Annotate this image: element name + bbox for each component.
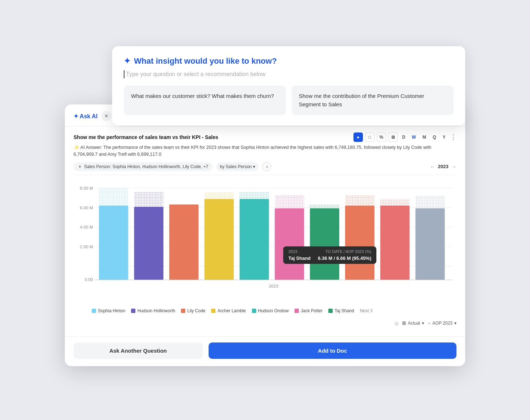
- filter-label: Sales Person: Sophia Hinton, Hudson Holl…: [84, 164, 208, 169]
- ctrl-q[interactable]: Q: [431, 133, 438, 141]
- ctrl-w[interactable]: W: [410, 133, 418, 141]
- bar-9-kpi: [380, 199, 410, 280]
- actual-chevron: ▾: [422, 321, 424, 326]
- svg-text:4.00 M: 4.00 M: [80, 225, 93, 230]
- ai-answer-text: AI Answer: The performance of the sales …: [74, 145, 431, 157]
- recenter-icon[interactable]: ◎: [395, 321, 399, 326]
- ctrl-y[interactable]: Y: [440, 133, 448, 141]
- svg-text:0.00: 0.00: [85, 277, 93, 282]
- chart-area: 8.00 M 6.00 M 4.00 M 2.00 M 0.00: [74, 181, 456, 305]
- by-pill[interactable]: by Sales Person ▾: [216, 162, 259, 171]
- suggestion-cards: What makes our customer stick? What make…: [124, 86, 454, 115]
- aop-star-icon: ✦: [428, 321, 431, 325]
- dropdown-title: ✦ What insight would you like to know?: [124, 56, 454, 66]
- ctrl-more-icon[interactable]: ⋮: [450, 133, 456, 141]
- bar-archer-kpi: [205, 192, 234, 280]
- modal-footer: Ask Another Question Add to Doc: [65, 336, 465, 366]
- filter-pill[interactable]: ▼ Sales Person: Sophia Hinton, Hudson Ho…: [74, 162, 213, 171]
- legend-label-sophia: Sophia Hinton: [98, 308, 125, 313]
- chevron-down-icon: ▾: [253, 164, 255, 169]
- main-modal: ✦ Ask AI × Show me the performance of sa…: [65, 104, 465, 366]
- dropdown-heading: What insight would you like to know?: [134, 56, 277, 66]
- legend-label-hudson-h: Hudson Hollinworth: [137, 308, 175, 313]
- legend-label-lily: Lily Code: [187, 308, 205, 313]
- legend-label-jack: Jack Potter: [301, 308, 323, 313]
- filter-icon: ▼: [78, 165, 82, 169]
- chart-svg: 8.00 M 6.00 M 4.00 M 2.00 M 0.00: [74, 181, 456, 305]
- close-button[interactable]: ×: [101, 111, 111, 121]
- legend: Sophia Hinton Hudson Hollinworth Lily Co…: [74, 308, 456, 313]
- dropdown-panel: ✦ What insight would you like to know? T…: [112, 46, 465, 125]
- chart-question-text: Show me the performance of sales team vs…: [74, 134, 218, 140]
- ctrl-percent-btn[interactable]: %: [377, 132, 386, 142]
- ctrl-calendar-btn[interactable]: ⊞: [388, 132, 398, 142]
- chart-question-row: Show me the performance of sales team vs…: [74, 132, 456, 142]
- x-axis-label: 2023: [269, 284, 278, 289]
- bar-hudson-o-kpi: [240, 191, 269, 280]
- add-to-doc-button[interactable]: Add to Doc: [209, 342, 456, 359]
- svg-text:6.00 M: 6.00 M: [80, 205, 93, 210]
- actual-label: Actual: [408, 321, 420, 326]
- chart-bottom-controls: ◎ Actual ▾ ✦ AOP 2023 ▾: [74, 318, 456, 330]
- legend-hudson-h: Hudson Hollinworth: [131, 308, 175, 313]
- aop-chevron: ▾: [454, 321, 456, 326]
- chart-controls: ● □ % ⊞ D W M Q Y ⋮: [353, 132, 456, 142]
- legend-lily: Lily Code: [181, 308, 205, 313]
- year-prev-button[interactable]: ←: [430, 164, 435, 170]
- bar-sophia-kpi: [99, 188, 128, 280]
- svg-text:2.00 M: 2.00 M: [80, 244, 93, 249]
- year-nav: ← 2023 →: [430, 164, 456, 170]
- svg-text:8.00 M: 8.00 M: [80, 186, 93, 191]
- year-label: 2023: [438, 164, 448, 169]
- bar-10-kpi: [415, 196, 445, 280]
- filter-bar: ▼ Sales Person: Sophia Hinton, Hudson Ho…: [74, 162, 456, 175]
- bar-taj-kpi: [310, 204, 339, 280]
- ctrl-empty-btn[interactable]: □: [365, 132, 375, 142]
- ai-answer: ✨ AI Answer: The performance of the sale…: [74, 144, 456, 158]
- sparkle-icon: ✦: [124, 56, 130, 66]
- bar-lily-kpi: [169, 204, 199, 280]
- legend-label-archer: Archer Lamble: [217, 308, 246, 313]
- legend-label-hudson-o: Hudson Onslow: [258, 308, 289, 313]
- dropdown-input[interactable]: Type your question or select a recommend…: [124, 70, 454, 78]
- aop-ctrl[interactable]: ✦ AOP 2023 ▾: [428, 321, 456, 326]
- bar-jack-kpi: [275, 194, 304, 280]
- modal-body: Show me the performance of sales team vs…: [65, 127, 465, 336]
- legend-dot-jack: [294, 309, 299, 313]
- legend-jack: Jack Potter: [294, 308, 323, 313]
- legend-dot-lily: [181, 309, 185, 313]
- legend-sophia: Sophia Hinton: [92, 308, 125, 313]
- ctrl-dot-btn[interactable]: ●: [353, 132, 363, 142]
- legend-dot-archer: [211, 309, 215, 313]
- ask-ai-badge: ✦ Ask AI: [74, 113, 98, 120]
- legend-taj: Taj Shand: [328, 308, 354, 313]
- ask-another-button[interactable]: Ask Another Question: [74, 342, 203, 359]
- legend-archer: Archer Lamble: [211, 308, 246, 313]
- ai-sparkle: ✨: [74, 145, 79, 150]
- legend-dot-sophia: [92, 309, 96, 313]
- legend-hudson-o: Hudson Onslow: [252, 308, 289, 313]
- by-label: by Sales Person: [220, 164, 252, 169]
- aop-label: AOP 2023: [432, 321, 452, 326]
- outer-container: ✦ What insight would you like to know? T…: [65, 46, 465, 374]
- ctrl-d[interactable]: D: [400, 133, 408, 141]
- bar-8-kpi: [345, 194, 375, 280]
- bar-hudson-h-kpi: [134, 191, 163, 280]
- legend-label-taj: Taj Shand: [335, 308, 354, 313]
- legend-next-button[interactable]: Next 3: [360, 308, 373, 313]
- actual-dot: [402, 321, 406, 325]
- legend-dot-taj: [328, 309, 333, 313]
- year-next-button[interactable]: →: [451, 164, 456, 170]
- actual-ctrl[interactable]: Actual ▾: [402, 321, 424, 326]
- add-filter-button[interactable]: +: [262, 162, 271, 171]
- suggestion-card-1[interactable]: What makes our customer stick? What make…: [124, 86, 286, 115]
- ctrl-m[interactable]: M: [420, 133, 428, 141]
- legend-dot-hudson-h: [131, 309, 135, 313]
- legend-dot-hudson-o: [252, 309, 256, 313]
- suggestion-card-2[interactable]: Show me the contribution of the Premium …: [292, 86, 454, 115]
